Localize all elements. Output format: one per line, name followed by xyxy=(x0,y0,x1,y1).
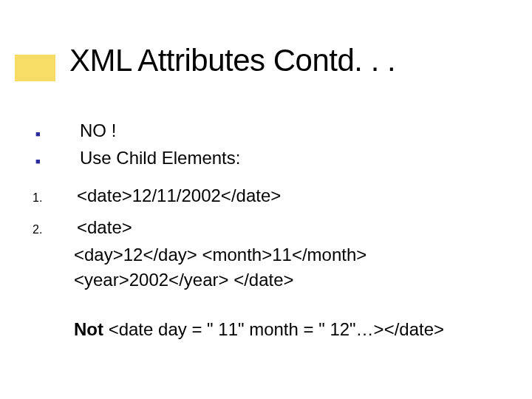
bullet-text: Use Child Elements: xyxy=(80,146,502,170)
code-line: <year>2002</year> </date> xyxy=(74,267,502,292)
square-bullet-icon xyxy=(30,126,80,140)
list-number: 2. xyxy=(30,222,77,238)
numbered-item: 1. <date>12/11/2002</date> xyxy=(30,183,502,208)
not-text: <date day = " 11" month = " 12"…></date> xyxy=(103,319,444,339)
bullet-text: NO ! xyxy=(80,118,502,143)
numbered-text: <date>12/11/2002</date> xyxy=(77,183,502,208)
square-bullet-icon xyxy=(30,154,80,168)
not-line: Not <date day = " 11" month = " 12"…></d… xyxy=(74,317,502,341)
slide: XML Attributes Contd. . . NO ! Use Child… xyxy=(0,0,532,399)
not-label: Not xyxy=(74,319,103,339)
accent-bar xyxy=(15,55,55,81)
slide-title: XML Attributes Contd. . . xyxy=(69,43,395,78)
numbered-text: <date> xyxy=(77,215,502,239)
slide-content: NO ! Use Child Elements: 1. <date>12/11/… xyxy=(30,118,502,341)
code-line: <day>12</day> <month>11</month> xyxy=(74,242,502,267)
bullet-item: Use Child Elements: xyxy=(30,146,502,170)
list-number: 1. xyxy=(30,190,77,206)
numbered-item: 2. <date> xyxy=(30,215,502,239)
bullet-item: NO ! xyxy=(30,118,502,143)
